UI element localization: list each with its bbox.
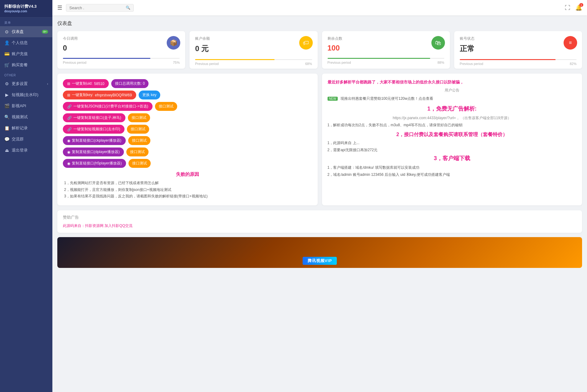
copy-dplayer-button[interactable]: ◉ 复制直链接口(dplayer播放器)	[63, 148, 124, 156]
movie-api-icon: 🎬	[4, 103, 9, 108]
notification-badge: 1	[579, 3, 583, 7]
replace-key-button[interactable]: 更换 key	[139, 91, 160, 99]
api-count-button[interactable]: 接口总调用次数: 0	[111, 79, 149, 88]
notice-api-url: https://jx.parwix.com:4433/player/?url=，…	[328, 115, 577, 121]
stat-icon-today: 📦	[167, 36, 180, 50]
sidebar-item-group[interactable]: 💬 交流群	[0, 134, 52, 145]
notice-card: 最近好多解析平台都跑路了，大家不要相信市场上的低价永久接口以防被骗， 用户公告 …	[322, 74, 582, 205]
notice-client1: 1，客户端搭建：域名/dmku/ 填写数据库就可以安装成功	[328, 165, 577, 170]
search-icon: 🔍	[126, 6, 130, 10]
buy-icon: 🛒	[4, 63, 9, 67]
page-content: 仪表盘 今日调用 0 📦 Previous period 75% 账户余额 0 …	[52, 15, 587, 392]
test5-button[interactable]: 接口测试	[126, 148, 149, 156]
copy-ckplayer-button[interactable]: ◉ 复制直链接口(ckplayer播放器)	[63, 136, 126, 145]
copy-h5player-button[interactable]: ◉ 复制直链接口(h5player播放器)	[63, 159, 126, 168]
ad-link[interactable]: 此源码来自：抖影资源网 加入抖影QQ交流	[63, 224, 132, 228]
notice-promo: NEW 现推出特惠套餐只需赞助100元便可120w点数！点击查看	[328, 96, 577, 101]
sidebar-item-more-settings[interactable]: ⚙ 更多设置 ›	[0, 78, 52, 89]
stat-value-points: 100	[328, 44, 444, 52]
player-icon: ◉	[67, 139, 70, 143]
sidebar-item-buy-package[interactable]: 🛒 购买套餐	[0, 59, 52, 71]
sidebar-menu-label: 菜单	[0, 18, 52, 26]
stat-card-status: 账号状态 正常 ≡ Previous period 82%	[454, 31, 582, 69]
stat-card-today-calls: 今日调用 0 📦 Previous period 75%	[57, 31, 185, 69]
fail-item-3: 3，如果有结果不是我线路问题，反之我的，请截图和失败的解析链接(带接口+视频地址…	[64, 193, 312, 200]
sidebar-item-profile[interactable]: 👤 个人信息	[0, 37, 52, 48]
sidebar-item-movie-api[interactable]: 🎬 影视API	[0, 100, 52, 111]
stat-footer-percent-status: 82%	[570, 62, 577, 66]
sidebar-item-parse-record[interactable]: 📋 解析记录	[0, 123, 52, 134]
stat-card-points: 剩余点数 100 🛍 Previous period 88%	[322, 31, 450, 69]
player-icon2: ◉	[67, 150, 70, 154]
hamburger-icon[interactable]: ☰	[57, 4, 62, 11]
stat-card-balance: 账户余额 0 元 🏷 Previous period 68%	[190, 31, 317, 69]
copy-key-button[interactable]: ⊞ 一键复制key: efnprstvwyBlOQRW69	[63, 91, 136, 99]
video-banner-label: 腾讯视频VIP	[303, 257, 337, 265]
stats-row: 今日调用 0 📦 Previous period 75% 账户余额 0 元 🏷 …	[57, 31, 582, 69]
sidebar-other-label: OTHER	[0, 71, 52, 78]
copy-direct-button[interactable]: 🔗 一键复制直链接口(盒子,神马)	[63, 113, 125, 122]
bell-wrap[interactable]: 🔔 1	[575, 4, 582, 11]
key-row: ⊞ 一键复制key: efnprstvwyBlOQRW69 更换 key	[63, 91, 312, 99]
link-icon2: 🔗	[67, 116, 72, 120]
test4-button[interactable]: 接口测试	[128, 136, 150, 145]
stat-value-status: 正常	[460, 44, 577, 54]
copy-video-button[interactable]: 🔗 一键复制短视频接口(去水印)	[63, 125, 124, 134]
stat-icon-points: 🛍	[431, 36, 445, 50]
copy-uid-button[interactable]: ⊞ 一键复制uid: 58510	[63, 79, 109, 88]
profile-icon: 👤	[4, 40, 9, 45]
sidebar-logo: 抖影综合计费V4.3 douyouvip.com	[0, 0, 52, 18]
test6-button[interactable]: 接口测试	[128, 159, 151, 168]
sidebar-item-short-video[interactable]: ▶ 短视频(去水印)	[0, 89, 52, 100]
video-test-icon: 🔍	[4, 115, 9, 119]
dashboard-icon: ⊙	[4, 29, 9, 34]
sidebar-item-logout[interactable]: ⏏ 退出登录	[0, 145, 52, 156]
body-row: ⊞ 一键复制uid: 58510 接口总调用次数: 0 ⊞ 一键复制key: e…	[57, 74, 582, 205]
sidebar-item-recharge[interactable]: 💳 账户充值	[0, 48, 52, 59]
sidebar-item-video-test[interactable]: 🔍 视频测试	[0, 111, 52, 123]
dplayer-row: ◉ 复制直链接口(dplayer播放器) 接口测试	[63, 148, 312, 156]
test2-button[interactable]: 接口测试	[128, 113, 150, 122]
link-icon3: 🔗	[67, 127, 72, 131]
ckplayer-row: ◉ 复制直链接口(ckplayer播放器) 接口测试	[63, 136, 312, 145]
stat-footer-label-points: Previous period	[328, 61, 351, 64]
notice-client2: 2，域名/admin 账号admin 123456 后台输入 uid 和key,…	[328, 172, 577, 177]
sidebar: 抖影综合计费V4.3 douyouvip.com 菜单 ⊙ 仪表盘 8+ 👤 个…	[0, 0, 52, 392]
stat-footer-label-today: Previous period	[63, 61, 86, 64]
stat-label-today: 今日调用	[63, 36, 180, 41]
stat-value-today: 0	[63, 44, 180, 52]
uid-row: ⊞ 一键复制uid: 58510 接口总调用次数: 0	[63, 79, 312, 88]
search-input[interactable]	[69, 6, 124, 10]
notice-section1-title: 1，免费无广告解析:	[328, 105, 577, 112]
fail-list: 1，先检测网站打开是否有资源，已经下线或者禁用怎么解 2，视频能打开，且官方能播…	[63, 180, 312, 200]
test1-button[interactable]: 接口测试	[155, 102, 177, 111]
settings-icon: ⚙	[4, 81, 9, 86]
notice-desc1: 1，解析成功每次扣2点，失败不扣点，m3u8、mp4等不扣点，请保管好自己的秘钥	[328, 123, 577, 128]
parse-record-icon: 📋	[4, 126, 9, 131]
copy-json-button[interactable]: 🔗 一键复制JSON接口(计费平台对接接口->首选)	[63, 102, 153, 111]
stat-footer-percent-balance: 68%	[305, 62, 312, 66]
sidebar-item-dashboard[interactable]: ⊙ 仪表盘 8+	[0, 26, 52, 37]
ad-section: 赞助广告 此源码来自：抖影资源网 加入抖影QQ交流	[57, 210, 582, 233]
stat-label-points: 剩余点数	[328, 36, 444, 41]
link-icon: 🔗	[67, 104, 72, 109]
short-video-icon: ▶	[4, 92, 9, 97]
fail-reason-title: 失败的原因	[63, 172, 312, 177]
grid-icon: ⊞	[67, 82, 70, 86]
header: ☰ 🔍 ⛶ 🔔 1	[52, 0, 587, 15]
header-right: ⛶ 🔔 1	[565, 4, 582, 11]
test3-button[interactable]: 接口测试	[127, 125, 149, 134]
stat-icon-balance: 🏷	[299, 36, 313, 50]
group-icon: 💬	[4, 137, 9, 142]
fullscreen-icon[interactable]: ⛶	[565, 5, 570, 11]
main-content: ☰ 🔍 ⛶ 🔔 1 仪表盘 今日调用 0 📦 Previous period	[52, 0, 587, 392]
stat-footer-percent-points: 88%	[438, 61, 444, 64]
notice-section3-title: 3，客户端下载	[328, 155, 577, 162]
search-box[interactable]: 🔍	[66, 4, 134, 12]
notice-sub1: 1，此源码来自 上...	[328, 140, 577, 146]
chevron-right-icon: ›	[47, 82, 48, 86]
fail-item-1: 1，先检测网站打开是否有资源，已经下线或者禁用怎么解	[64, 180, 312, 187]
stat-icon-status: ≡	[564, 36, 577, 50]
stat-label-status: 账号状态	[460, 36, 577, 41]
video-banner: 腾讯视频VIP	[57, 237, 582, 268]
